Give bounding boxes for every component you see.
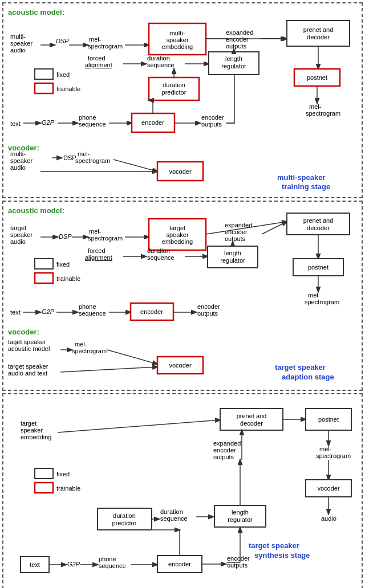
forced-align-label2: alignment xyxy=(85,62,112,68)
audio3: audio xyxy=(321,515,336,522)
multi-speaker-audio-label: multi- xyxy=(10,33,26,40)
exp-enc3-2: encoder xyxy=(213,447,236,454)
g2p3: G2P xyxy=(67,561,80,567)
mel-spec-voc2: spectrogram xyxy=(75,157,110,164)
multi-speaker-emb-label2: speaker xyxy=(166,36,188,43)
diagram-svg-3: fixed trainable target speaker embedding… xyxy=(3,394,364,588)
dur-seq2-1: duration xyxy=(147,247,170,254)
section2: acoustic model: fixed trainable target s… xyxy=(2,201,363,391)
enc-out3-1: encoder xyxy=(227,555,250,562)
dur-pred-label1-s1: duration xyxy=(163,81,185,88)
enc-out-label2: outputs xyxy=(201,121,222,128)
svg-rect-0 xyxy=(35,69,53,79)
phone-seq-label2: sequence xyxy=(79,121,106,128)
diagram-svg-2: acoustic model: fixed trainable target s… xyxy=(3,202,364,390)
len-reg2-2: regulator xyxy=(220,257,245,264)
legend1-trainable: trainable xyxy=(56,85,80,92)
enc-out3-2: outputs xyxy=(227,562,248,569)
enc-out2-1: encoder xyxy=(197,303,220,310)
text2: text xyxy=(10,309,21,316)
stage-label2: training stage xyxy=(282,182,330,191)
target-spk-audio3: audio xyxy=(10,238,26,245)
dur-pred3-2: predictor xyxy=(112,520,137,526)
target-emb3: embedding xyxy=(162,238,193,245)
mel-spec2-2: spectrogram xyxy=(88,235,123,242)
vocoder-box2: vocoder xyxy=(169,362,191,369)
enc-out2-2: outputs xyxy=(197,310,218,317)
g2p2: G2P xyxy=(42,308,55,315)
dsp-vocoder1: DSP xyxy=(63,154,76,161)
forced2-2: alignment xyxy=(85,254,112,261)
dur-pred3-1: duration xyxy=(113,512,136,519)
phone3-2: sequence xyxy=(99,562,126,569)
exp-enc-out-label2: encoder xyxy=(226,36,249,43)
multi-speaker-audio-label3: audio xyxy=(10,47,26,54)
encoder2: encoder xyxy=(140,308,163,315)
legend3-fixed: fixed xyxy=(56,471,70,477)
mel-spec-out2-1: mel- xyxy=(308,292,321,299)
dur-seq3-2: sequence xyxy=(160,515,188,522)
forced-align-label1: forced xyxy=(88,55,106,62)
target-spk-am1: taget speaker xyxy=(8,338,46,345)
phone-seq-label1: phone xyxy=(79,114,96,121)
legend1-fixed: fixed xyxy=(56,71,70,78)
phone2-1: phone xyxy=(79,303,96,310)
ms-audio-voc3: audio xyxy=(10,164,26,171)
vocoder-box1: vocoder xyxy=(169,168,191,175)
section2-title: acoustic model: xyxy=(8,206,64,215)
section1-title: acoustic model: xyxy=(8,8,64,17)
stage2-2: adaption stage xyxy=(282,373,334,381)
text-label1: text xyxy=(10,120,21,127)
svg-line-58 xyxy=(107,350,157,364)
legend3-trainable: trainable xyxy=(56,485,80,492)
mel-spec-am1: mel- xyxy=(75,341,87,348)
mel-spec-out-label1: mel- xyxy=(309,103,322,110)
multi-speaker-emb-label1: multi- xyxy=(170,30,185,36)
forced2-1: forced xyxy=(88,247,106,254)
ms-audio-voc1: multi- xyxy=(10,150,26,157)
prenet2-2: decoder xyxy=(307,224,330,231)
stage3-1: target speaker xyxy=(249,541,299,550)
target-emb1: target xyxy=(169,224,185,231)
prenet-dec-label1: prenet and xyxy=(303,26,334,33)
postnet2: postnet xyxy=(308,264,328,271)
prenet3-2: decoder xyxy=(240,420,263,427)
svg-rect-48 xyxy=(287,213,350,235)
dur-seq3-1: duration xyxy=(160,508,183,515)
phone3-1: phone xyxy=(99,556,116,562)
dur-pred-label2-s1: predictor xyxy=(162,89,186,96)
svg-line-64 xyxy=(58,420,220,432)
svg-rect-1 xyxy=(35,83,53,93)
mel-spec-out-label2: spectrogram xyxy=(306,110,340,117)
phone2-2: sequence xyxy=(79,310,106,317)
dur-seq2-2: sequence xyxy=(147,254,175,261)
mel-spec2-1: mel- xyxy=(89,228,102,235)
mel-spec-out2-2: spectrogram xyxy=(305,299,339,305)
encoder-label1: encoder xyxy=(141,119,164,126)
svg-rect-76 xyxy=(98,508,152,530)
diagram-svg-1: acoustic model: fixed trainable multi- s… xyxy=(3,3,364,197)
section3: fixed trainable target speaker embedding… xyxy=(2,393,363,588)
multi-speaker-emb-label3: embedding xyxy=(162,43,193,50)
exp-enc3-1: expanded xyxy=(213,440,241,447)
target-spk-audio2: speaker xyxy=(10,231,33,238)
target-spk-aud2-1: target speaker xyxy=(8,363,48,370)
target-spk-audio1: target xyxy=(10,224,26,231)
dur-seq-label1: duration xyxy=(147,55,170,62)
target-spk-aud2-2: audio and text xyxy=(8,370,47,377)
encoder3: encoder xyxy=(168,561,191,567)
ms-audio-voc2: speaker xyxy=(10,157,33,164)
len-reg2-1: length xyxy=(224,250,241,256)
mel-spec-am2: spectrogram xyxy=(72,348,107,354)
dsp-label1: DSP xyxy=(56,38,69,44)
vocoder2: vocoder: xyxy=(8,328,39,336)
mel-spec-voc1: mel- xyxy=(78,150,90,157)
exp-enc-out-label3: outputs xyxy=(226,43,247,50)
dur-seq-label2: sequence xyxy=(147,62,175,68)
svg-rect-37 xyxy=(35,273,53,283)
svg-rect-62 xyxy=(35,468,53,479)
legend2-trainable: trainable xyxy=(56,275,80,282)
g2p-label1: G2P xyxy=(42,119,55,126)
text-box3: text xyxy=(30,561,40,568)
svg-rect-65 xyxy=(220,409,283,430)
